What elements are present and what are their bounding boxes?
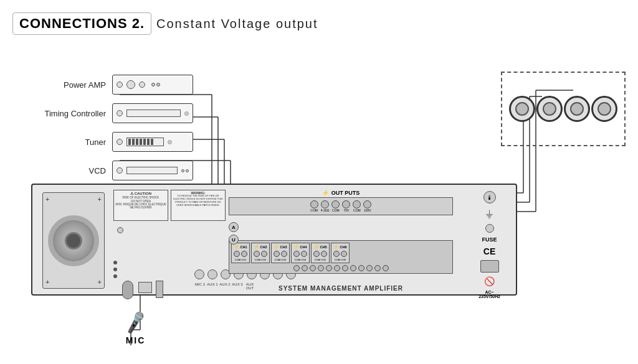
ch1-term1	[234, 251, 240, 257]
output-text: OUT PUTS	[331, 190, 360, 196]
connector-inner-2	[543, 102, 556, 116]
mic-area: 🎤 MIC	[125, 312, 146, 345]
ch2-com: COM	[255, 258, 260, 261]
caution-text: RISK OF ELECTRIC SHOCKDO NOT OPENAVIS: R…	[115, 196, 166, 210]
knob-2	[126, 80, 135, 89]
bar7	[151, 139, 153, 145]
ch5-label: ⚡CH5	[313, 245, 326, 250]
rca-label-aux1: AUX 1	[207, 282, 218, 290]
ch5-term2	[321, 251, 327, 257]
ch6-term1	[333, 251, 340, 257]
ch6-block: ⚡CH6 COM CH6	[331, 243, 350, 263]
bar3	[136, 139, 138, 145]
connector-circle-3	[564, 96, 590, 122]
right-connectors	[501, 72, 626, 146]
dot-b	[113, 268, 117, 271]
connections-number: CONNECTIONS 2.	[19, 16, 145, 31]
terminal-com3: COM	[353, 200, 361, 212]
switch-a[interactable]: A	[229, 222, 239, 232]
label-com1: COM	[310, 208, 318, 212]
display-timing	[126, 110, 181, 117]
ch1-sub: COM CH1	[235, 258, 246, 261]
mic-label: MIC	[126, 335, 146, 345]
output-section: ⚡ OUT PUTS COM 4-16Ω COM	[229, 190, 453, 296]
display-vcd	[126, 167, 178, 174]
ch5-sub: COM CH5	[315, 258, 326, 261]
knob-tuner-1	[117, 139, 123, 145]
output-terminals-top: COM 4-16Ω COM 70V COM	[229, 197, 453, 215]
ch3-terminals	[274, 251, 287, 257]
led-timing	[184, 111, 189, 116]
knob-vcd-1	[117, 167, 123, 174]
label-416: 4-16Ω	[321, 208, 330, 212]
ch1-terminals	[234, 251, 247, 257]
label-com2: COM	[332, 208, 340, 212]
mic-icon: 🎤	[122, 310, 148, 335]
ch1-block: ⚡CH1 COM CH1	[231, 243, 250, 263]
connector-inner-1	[515, 102, 529, 116]
knob-timing-1	[117, 110, 123, 116]
bs9	[358, 265, 364, 271]
device-box-poweramp	[112, 75, 193, 95]
connector-circle-1	[509, 96, 535, 122]
mic-jack	[122, 281, 133, 299]
thermometer-icon: 🌡	[483, 191, 496, 203]
device-label-poweramp: Power AMP	[37, 80, 106, 90]
screw-100v	[363, 200, 371, 208]
ch1-term2	[241, 251, 247, 257]
ch3-block: ⚡CH3 COM CH3	[271, 243, 290, 263]
terminal-com1: COM	[310, 200, 318, 212]
connector-inner-3	[570, 102, 584, 116]
device-row-poweramp: Power AMP	[37, 75, 193, 95]
header-subtitle: Constant Voltage output	[156, 17, 318, 31]
tuner-meter	[126, 138, 164, 146]
caution-box: ⚠ CAUTION RISK OF ELECTRIC SHOCKDO NOT O…	[113, 190, 168, 221]
devices-area: Power AMP Timing Controller Tuner	[37, 75, 193, 189]
ch2-sub: COM CH2	[255, 258, 266, 261]
bs3	[310, 265, 316, 271]
card-slot	[156, 281, 163, 298]
knob-group	[151, 83, 160, 86]
ch6-label: ⚡CH6	[333, 245, 346, 250]
terminal-4-16: 4-16Ω	[321, 200, 330, 212]
ch3-ch: CH3	[281, 258, 286, 261]
bar1	[128, 139, 131, 145]
device-row-timing: Timing Controller	[37, 103, 193, 123]
voltage-label: AC~235V/50Hz	[478, 290, 500, 299]
screw-com3	[353, 200, 361, 208]
ch2-label: ⚡CH2	[254, 245, 267, 250]
device-label-timing: Timing Controller	[37, 109, 106, 118]
ch6-com: COM	[335, 258, 340, 261]
ch2-term2	[261, 251, 267, 257]
ch4-ch: CH4	[301, 258, 306, 261]
circle-ctrl-1	[117, 227, 123, 233]
ch1-com: COM	[235, 258, 240, 261]
switch-u[interactable]: U	[229, 235, 239, 245]
ch4-term1	[293, 251, 300, 257]
amplifier-box: + + + + ⚠ CAUTION RISK OF ELECTRIC SHOCK…	[31, 184, 517, 296]
terminal-top-row: COM 4-16Ω COM 70V COM	[232, 200, 450, 212]
system-label: SYSTEM MANAGEMENT AMPLIFIER	[279, 285, 403, 292]
ground-symbol: ⏚	[486, 207, 493, 220]
led-tuner	[168, 140, 172, 144]
plus-tr: +	[98, 195, 102, 203]
ch4-term2	[301, 251, 307, 257]
device-label-vcd: VCD	[37, 166, 106, 175]
plus-br: +	[98, 278, 102, 286]
ch4-terminals	[293, 251, 307, 257]
warning-box: WARNING: TO REDUCE THE RISK OF FIRE OR E…	[171, 190, 226, 221]
ch5-term1	[313, 251, 320, 257]
amp-middle: ⚠ CAUTION RISK OF ELECTRIC SHOCKDO NOT O…	[113, 190, 226, 291]
bs7	[342, 265, 348, 271]
device-box-tuner	[112, 132, 193, 152]
ch2-block: ⚡CH2 COM CH2	[251, 243, 270, 263]
screw-com2	[331, 200, 340, 208]
ch-blocks-container: ⚡CH1 COM CH1 ⚡CH2	[229, 240, 453, 274]
bs10	[366, 265, 373, 271]
dot-a	[113, 261, 117, 264]
caution-title: ⚠ CAUTION	[115, 192, 166, 196]
output-label: ⚡ OUT PUTS	[229, 190, 453, 196]
controls-area	[113, 225, 226, 274]
device-label-tuner: Tuner	[37, 138, 106, 147]
screw-70v	[342, 200, 350, 208]
